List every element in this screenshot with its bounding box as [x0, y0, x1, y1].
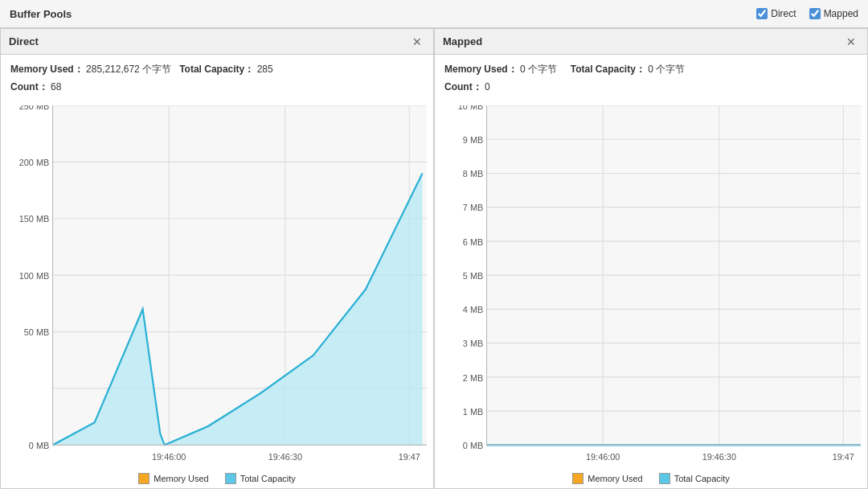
svg-text:1 MB: 1 MB [463, 407, 483, 417]
svg-text:3 MB: 3 MB [463, 339, 483, 348]
svg-text:19:46:00: 19:46:00 [586, 452, 620, 462]
direct-chart-area: 250 MB 200 MB 150 MB 100 MB 50 MB 0 MB 1… [1, 99, 433, 488]
svg-text:19:46:30: 19:46:30 [702, 452, 736, 462]
svg-text:0 MB: 0 MB [463, 441, 483, 450]
mapped-chart-svg: 10 MB 9 MB 8 MB 7 MB 6 MB 5 MB 4 MB 3 MB… [441, 105, 861, 464]
svg-text:7 MB: 7 MB [463, 203, 483, 212]
mapped-count-value: 0 [485, 81, 490, 92]
mapped-total-cap-value: 0 个字节 [648, 64, 685, 75]
svg-text:100 MB: 100 MB [19, 271, 49, 281]
direct-stat-memory: Memory Used： 285,212,672 个字节 Total Capac… [10, 61, 424, 79]
mapped-legend-memory-label: Memory Used [588, 474, 642, 483]
svg-text:19:46:30: 19:46:30 [268, 452, 302, 462]
direct-checkbox[interactable] [756, 8, 768, 19]
svg-text:250 MB: 250 MB [19, 105, 49, 111]
mapped-panel-stats: Memory Used： 0 个字节 Total Capacity： 0 个字节… [435, 55, 867, 99]
mapped-legend-capacity: Total Capacity [659, 473, 730, 484]
mapped-panel-title: Mapped [443, 35, 482, 47]
svg-text:0 MB: 0 MB [29, 441, 49, 450]
direct-chart-legend: Memory Used Total Capacity [7, 466, 427, 489]
direct-total-cap-value: 285 [257, 64, 273, 75]
svg-text:8 MB: 8 MB [463, 169, 483, 179]
direct-count-value: 68 [51, 81, 61, 92]
mapped-total-cap-label: Total Capacity： [571, 64, 645, 75]
direct-panel-header: Direct ✕ [1, 29, 433, 55]
svg-text:150 MB: 150 MB [19, 214, 49, 224]
svg-text:4 MB: 4 MB [463, 305, 483, 314]
svg-text:10 MB: 10 MB [458, 105, 483, 111]
mapped-chart-legend: Memory Used Total Capacity [441, 466, 861, 489]
page-title: Buffer Pools [10, 8, 72, 20]
svg-text:200 MB: 200 MB [19, 158, 49, 167]
direct-memory-used-value: 285,212,672 个字节 [86, 64, 171, 75]
svg-text:9 MB: 9 MB [463, 135, 483, 145]
direct-total-cap-label: Total Capacity： [179, 64, 254, 75]
mapped-memory-used-value: 0 个字节 [520, 64, 557, 75]
mapped-label: Mapped [824, 8, 858, 19]
direct-legend-memory-box [138, 473, 149, 484]
mapped-panel-close[interactable]: ✕ [843, 35, 859, 49]
svg-text:19:46:00: 19:46:00 [152, 452, 186, 462]
direct-legend-capacity-label: Total Capacity [240, 474, 296, 483]
mapped-legend-memory: Memory Used [572, 473, 642, 484]
direct-memory-used-label: Memory Used： [10, 64, 84, 75]
direct-panel: Direct ✕ Memory Used： 285,212,672 个字节 To… [0, 28, 434, 489]
direct-panel-title: Direct [9, 35, 39, 47]
mapped-checkbox-label[interactable]: Mapped [809, 8, 858, 19]
mapped-panel-header: Mapped ✕ [435, 29, 867, 55]
mapped-legend-capacity-box [659, 473, 670, 484]
mapped-memory-used-label: Memory Used： [444, 64, 518, 75]
mapped-legend-memory-box [572, 473, 583, 484]
direct-count-label: Count： [10, 81, 48, 92]
direct-panel-close[interactable]: ✕ [409, 35, 425, 49]
svg-text:6 MB: 6 MB [463, 236, 483, 246]
direct-checkbox-label[interactable]: Direct [756, 8, 796, 19]
direct-panel-stats: Memory Used： 285,212,672 个字节 Total Capac… [1, 55, 433, 99]
top-bar-controls: Direct Mapped [756, 8, 858, 19]
svg-text:50 MB: 50 MB [24, 327, 49, 337]
panels-container: Direct ✕ Memory Used： 285,212,672 个字节 To… [0, 28, 868, 489]
direct-label: Direct [771, 8, 796, 19]
svg-text:5 MB: 5 MB [463, 271, 483, 281]
direct-chart-svg: 250 MB 200 MB 150 MB 100 MB 50 MB 0 MB 1… [7, 105, 427, 464]
svg-text:2 MB: 2 MB [463, 372, 483, 382]
direct-legend-capacity: Total Capacity [225, 473, 296, 484]
mapped-panel: Mapped ✕ Memory Used： 0 个字节 Total Capaci… [434, 28, 868, 489]
mapped-stat-memory: Memory Used： 0 个字节 Total Capacity： 0 个字节 [444, 61, 858, 79]
mapped-count-label: Count： [444, 81, 482, 92]
mapped-stat-count: Count： 0 [444, 79, 858, 97]
mapped-checkbox[interactable] [809, 8, 821, 19]
mapped-legend-capacity-label: Total Capacity [674, 474, 730, 483]
direct-legend-memory: Memory Used [138, 473, 208, 484]
svg-text:19:47: 19:47 [833, 452, 854, 462]
direct-legend-memory-label: Memory Used [154, 474, 208, 483]
top-bar: Buffer Pools Direct Mapped [0, 0, 868, 28]
mapped-chart-area: 10 MB 9 MB 8 MB 7 MB 6 MB 5 MB 4 MB 3 MB… [435, 99, 867, 488]
direct-stat-count: Count： 68 [10, 79, 424, 97]
direct-legend-capacity-box [225, 473, 236, 484]
svg-text:19:47: 19:47 [399, 452, 420, 462]
